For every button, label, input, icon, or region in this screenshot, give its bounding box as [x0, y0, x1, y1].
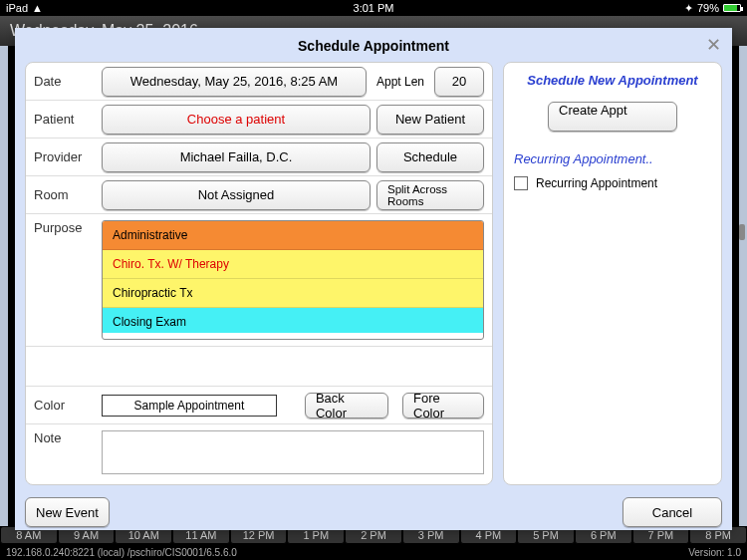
bluetooth-icon: ✦	[684, 2, 693, 15]
label-note: Note	[34, 430, 96, 445]
purpose-item-closing-exam[interactable]: Closing Exam	[103, 308, 483, 337]
recurring-check-label: Recurring Appointment	[536, 176, 657, 190]
label-purpose: Purpose	[34, 220, 96, 235]
schedule-appointment-modal: Schedule Appointment ✕ Date Wednesday, M…	[15, 28, 732, 530]
label-room: Room	[34, 187, 96, 202]
schedule-button[interactable]: Schedule	[376, 142, 484, 172]
color-sample: Sample Appointment	[102, 395, 277, 417]
purpose-item-chiro-therapy[interactable]: Chiro. Tx. W/ Therapy	[103, 250, 483, 279]
battery-percent: 79%	[697, 2, 719, 14]
choose-patient-button[interactable]: Choose a patient	[102, 105, 371, 135]
modal-title: Schedule Appointment	[15, 28, 732, 62]
status-time: 3:01 PM	[354, 2, 394, 14]
purpose-item-chiropractic[interactable]: Chiropractic Tx	[103, 279, 483, 308]
appt-len-field[interactable]: 20	[434, 67, 484, 97]
new-patient-button[interactable]: New Patient	[376, 105, 484, 135]
left-form-panel: Date Wednesday, May 25, 2016, 8:25 AM Ap…	[25, 62, 493, 485]
side-new-title: Schedule New Appointment	[514, 73, 711, 88]
modal-overlay: Schedule Appointment ✕ Date Wednesday, M…	[0, 16, 747, 560]
label-color: Color	[34, 398, 96, 413]
back-color-button[interactable]: Back Color	[305, 393, 388, 419]
split-rooms-button[interactable]: Split Across Rooms	[376, 180, 484, 210]
right-side-panel: Schedule New Appointment Create Appt Rec…	[503, 62, 722, 485]
label-appt-len: Appt Len	[373, 75, 428, 89]
status-bar: iPad ▲ 3:01 PM ✦ 79%	[0, 0, 747, 16]
spacer	[26, 347, 492, 387]
cancel-button[interactable]: Cancel	[622, 497, 722, 527]
note-field[interactable]	[102, 430, 484, 474]
provider-field-button[interactable]: Michael Failla, D.C.	[102, 142, 371, 172]
create-appt-button[interactable]: Create Appt	[548, 102, 677, 132]
label-date: Date	[34, 74, 96, 89]
wifi-icon: ▲	[32, 2, 43, 14]
room-field-button[interactable]: Not Assigned	[102, 180, 371, 210]
close-icon[interactable]: ✕	[704, 36, 722, 54]
fore-color-button[interactable]: Fore Color	[402, 393, 484, 419]
side-recurring-title: Recurring Appointment..	[514, 151, 711, 166]
battery-icon	[723, 4, 741, 12]
recurring-checkbox[interactable]	[514, 176, 528, 190]
date-field-button[interactable]: Wednesday, May 25, 2016, 8:25 AM	[102, 67, 367, 97]
label-patient: Patient	[34, 112, 96, 127]
carrier-label: iPad	[6, 2, 28, 14]
purpose-item-administrative[interactable]: Administrative	[103, 221, 483, 250]
new-event-button[interactable]: New Event	[25, 497, 110, 527]
purpose-list[interactable]: Administrative Chiro. Tx. W/ Therapy Chi…	[102, 220, 484, 340]
label-provider: Provider	[34, 149, 96, 164]
